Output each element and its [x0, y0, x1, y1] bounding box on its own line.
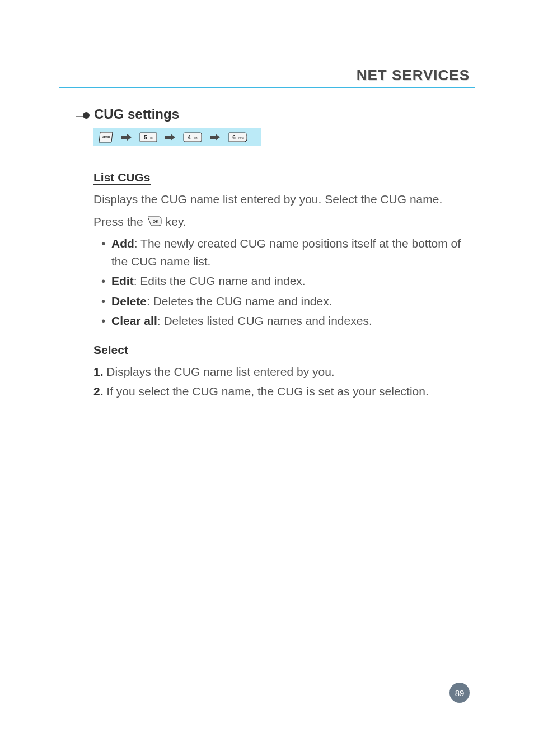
- item-label: Clear all: [111, 314, 157, 327]
- select-list: 1. Displays the CUG name list entered by…: [93, 363, 472, 400]
- item-text: : The newly created CUG name positions i…: [111, 237, 461, 268]
- item-label: Edit: [111, 274, 134, 287]
- svg-rect-1: [140, 133, 157, 142]
- press-text-post: key.: [166, 213, 186, 231]
- list-cugs-intro-1: Displays the CUG name list entered by yo…: [93, 190, 472, 208]
- item-label: Delete: [111, 295, 147, 307]
- section-bullet-icon: [83, 112, 90, 119]
- header-divider-line: [59, 87, 475, 88]
- svg-text:mno: mno: [238, 136, 244, 139]
- list-cugs-heading: List CUGs: [93, 171, 151, 185]
- arrow-right-icon: [210, 134, 220, 141]
- section-title: CUG settings: [94, 106, 179, 122]
- list-item: Delete: Deletes the CUG name and index.: [104, 292, 472, 310]
- content-area: List CUGs Displays the CUG name list ent…: [93, 171, 472, 403]
- svg-text:6: 6: [232, 134, 236, 141]
- list-cugs-intro-2: Press the OK key.: [93, 213, 472, 231]
- svg-text:MENU: MENU: [102, 136, 110, 139]
- svg-text:jkl: jkl: [149, 136, 153, 139]
- list-item: Edit: Edits the CUG name and index.: [104, 272, 472, 290]
- key-sequence-bar: MENU 5 jkl 4 ghi 6 mno: [93, 128, 261, 146]
- svg-text:OK: OK: [152, 220, 158, 223]
- key-5-icon: 5 jkl: [139, 132, 157, 142]
- key-4-icon: 4 ghi: [183, 132, 202, 143]
- list-cugs-bullets: Add: The newly created CUG name position…: [93, 235, 472, 330]
- item-text: If you select the CUG name, the CUG is s…: [104, 385, 429, 398]
- list-item: Clear all: Deletes listed CUG names and …: [104, 312, 472, 330]
- select-heading: Select: [93, 343, 128, 357]
- list-item: 2. If you select the CUG name, the CUG i…: [93, 382, 472, 400]
- svg-text:4: 4: [188, 134, 191, 141]
- nav-vertical-line: [76, 87, 76, 118]
- menu-key-icon: MENU: [98, 131, 114, 143]
- item-text: : Deletes the CUG name and index.: [147, 295, 332, 307]
- arrow-right-icon: [165, 134, 175, 141]
- svg-text:5: 5: [144, 134, 147, 141]
- page-number-badge: 89: [449, 683, 470, 703]
- item-text: Displays the CUG name list entered by yo…: [104, 365, 335, 378]
- item-num: 1.: [93, 365, 104, 378]
- ok-key-icon: OK: [147, 216, 162, 227]
- key-6-icon: 6 mno: [228, 132, 248, 143]
- arrow-right-icon: [121, 134, 132, 141]
- select-section: Select 1. Displays the CUG name list ent…: [93, 343, 472, 400]
- page-header-title: NET SERVICES: [357, 67, 470, 84]
- item-num: 2.: [93, 385, 104, 398]
- item-text: : Deletes listed CUG names and indexes.: [157, 314, 372, 327]
- item-label: Add: [111, 237, 134, 250]
- svg-text:ghi: ghi: [194, 136, 198, 139]
- press-text-pre: Press the: [93, 213, 143, 231]
- list-item: 1. Displays the CUG name list entered by…: [93, 363, 472, 381]
- item-text: : Edits the CUG name and index.: [134, 274, 306, 287]
- list-item: Add: The newly created CUG name position…: [104, 235, 472, 270]
